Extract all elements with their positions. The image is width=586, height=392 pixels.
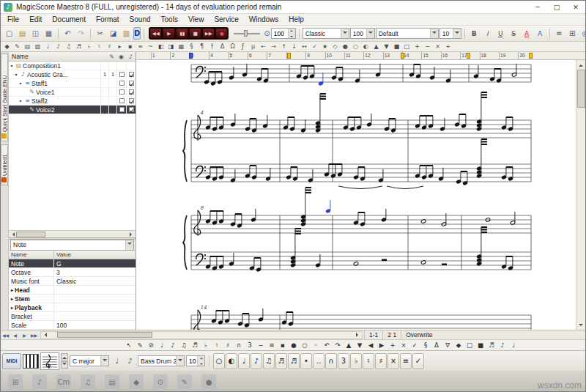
tree-row-instrument[interactable]: ▾ ♪ Acoustic Gra... 1 1 (9, 70, 136, 79)
note-tool-icon[interactable]: ▶ (377, 341, 387, 350)
note-tool-icon[interactable]: ♪ (168, 341, 178, 350)
toolbar-icon[interactable]: ¶ (197, 42, 207, 51)
note-tool-icon[interactable]: ▼ (355, 341, 365, 350)
pause-icon[interactable]: ▮▮ (176, 28, 188, 39)
score-page[interactable]: 4814 (136, 60, 576, 330)
scroll-down-icon[interactable] (576, 322, 585, 330)
note-tool-icon[interactable]: ♩ (157, 341, 167, 350)
toolbar-icon[interactable]: ♪ (53, 42, 63, 51)
beam-icon[interactable]: ≡ (400, 353, 412, 369)
last-page-icon[interactable]: ▶▶ (29, 331, 39, 339)
piano-keyboard-icon[interactable] (23, 354, 39, 369)
strike-icon[interactable]: S (508, 27, 520, 40)
ruler[interactable]: 1234567891011121314151617181920 (136, 52, 585, 60)
toolbar-icon[interactable]: § (187, 42, 196, 51)
note-tool-icon[interactable]: ✓ (409, 341, 420, 350)
dot-icon[interactable]: • (300, 353, 312, 369)
toolbar-icon[interactable]: Δ (218, 42, 227, 51)
toolbar-icon[interactable]: † (207, 42, 217, 51)
note-tool-icon[interactable]: ♫ (179, 341, 189, 350)
tab-untitled1[interactable]: Untitled1 (1, 144, 8, 185)
quarter-icon[interactable]: ♩ (238, 353, 250, 369)
note-tool-icon[interactable]: ♮ (212, 341, 222, 350)
font-size-combo[interactable]: 10 (440, 28, 461, 39)
note-tool-icon[interactable]: ▪ (278, 341, 288, 350)
vertical-scrollbar[interactable] (576, 60, 585, 330)
edit-icon[interactable]: ✎ (107, 52, 116, 61)
apply-icon[interactable]: ✓ (412, 353, 424, 369)
next-page-icon[interactable]: ▶ (20, 331, 29, 339)
toolbar-icon[interactable]: µ (248, 42, 258, 51)
checkbox[interactable] (119, 107, 125, 112)
note-tool-icon[interactable]: ⊘ (146, 341, 156, 350)
expander-icon[interactable]: ▾ (18, 98, 23, 103)
checkbox[interactable] (119, 72, 125, 77)
ruler-marker-yellow[interactable] (401, 53, 404, 59)
style-combo[interactable]: Classic (303, 28, 349, 39)
toolbar-icon[interactable]: ↔ (300, 42, 309, 51)
record-icon[interactable]: ● (215, 28, 228, 39)
paste-icon[interactable]: ▥ (120, 27, 133, 40)
expander-icon[interactable]: ▾ (18, 81, 23, 86)
app-diamond-icon[interactable]: ◆ (129, 374, 144, 389)
menu-item[interactable]: Windows (244, 14, 284, 25)
play-icon[interactable]: ▶ (163, 28, 175, 39)
toolbar-icon[interactable]: ↑ (279, 42, 289, 51)
grid-icon[interactable]: ⊞ (566, 27, 579, 40)
scroll-right-icon[interactable] (355, 332, 362, 339)
note-tool-icon[interactable]: Δ (431, 341, 442, 350)
minimize-icon[interactable]: ─ (528, 1, 547, 13)
tree-horizontal-scrollbar[interactable] (9, 230, 136, 237)
property-row-bracket[interactable]: Bracket (9, 312, 136, 321)
note-tool-icon[interactable]: ↶ (322, 341, 332, 350)
menu-item[interactable]: View (183, 14, 209, 25)
property-row-head[interactable]: ▸Head (9, 286, 136, 295)
note-tool-icon[interactable]: ◀ (366, 341, 376, 350)
property-category-combo[interactable]: Note (10, 240, 134, 251)
note-tool-icon[interactable]: ◆ (453, 341, 464, 350)
key-combo[interactable]: C major (70, 355, 109, 366)
note-tool-icon[interactable]: ♭ (201, 341, 211, 350)
app-note-icon[interactable]: ♪ (32, 374, 47, 389)
scroll-left-icon[interactable] (9, 231, 16, 237)
tab-quick-start-guide[interactable]: Quick Start Guide.ENU (1, 53, 8, 141)
tree-row-voice2-selected[interactable]: ✎ Voice2 (9, 106, 136, 114)
menu-item[interactable]: Tools (156, 14, 183, 25)
checkbox[interactable] (119, 89, 125, 95)
toolbar-icon[interactable]: ♯ (105, 42, 114, 51)
property-row-music-font[interactable]: Music font Classic (9, 277, 136, 286)
whole-icon[interactable]: ○ (213, 353, 225, 369)
stop-icon[interactable]: ■ (189, 28, 201, 39)
toolbar-icon[interactable]: ○ (351, 42, 360, 51)
scroll-left-icon[interactable] (41, 332, 48, 339)
checkbox-checked[interactable] (129, 89, 134, 95)
cut-icon[interactable]: ✂ (94, 27, 106, 40)
toolbar-icon[interactable]: ♭ (84, 42, 94, 51)
toolbar-icon[interactable]: ~ (146, 42, 155, 51)
note-tool-icon[interactable]: ● (289, 341, 299, 350)
note-tool-icon[interactable]: ♬ (190, 341, 200, 350)
toolbar-icon[interactable]: ▼ (382, 42, 391, 51)
open-icon[interactable]: ▤ (16, 27, 29, 40)
note-tool-icon[interactable]: − (256, 341, 266, 350)
rewind-icon[interactable]: ◀◀ (149, 28, 162, 39)
note-tool-icon[interactable]: ♯ (223, 341, 233, 350)
redo-icon[interactable]: ↷ (75, 27, 87, 40)
checkbox-checked[interactable] (129, 98, 134, 103)
note-tool-icon[interactable]: § (420, 341, 431, 350)
score-canvas[interactable]: 4814 (136, 60, 576, 330)
toolbar-icon[interactable]: ● (341, 42, 350, 51)
scroll-right-icon[interactable] (128, 231, 136, 237)
note-tool-icon[interactable]: ↷ (333, 341, 343, 350)
note-tool-icon[interactable]: ◦ (311, 341, 321, 350)
scrollbar-thumb[interactable] (16, 232, 45, 237)
half-icon[interactable]: ◐ (226, 353, 237, 369)
note-tool-icon[interactable]: ■ (475, 341, 486, 350)
note-tool-icon[interactable]: 3 (245, 341, 255, 350)
menu-item[interactable]: Help (283, 14, 309, 25)
copy-icon[interactable]: ◪ (107, 27, 119, 40)
note-tool-icon[interactable]: ○ (300, 341, 310, 350)
toolbar-icon[interactable]: ✓ (310, 42, 319, 51)
sound-icon[interactable]: ♪ (126, 52, 136, 61)
eighth-icon[interactable]: ♪ (251, 353, 262, 369)
